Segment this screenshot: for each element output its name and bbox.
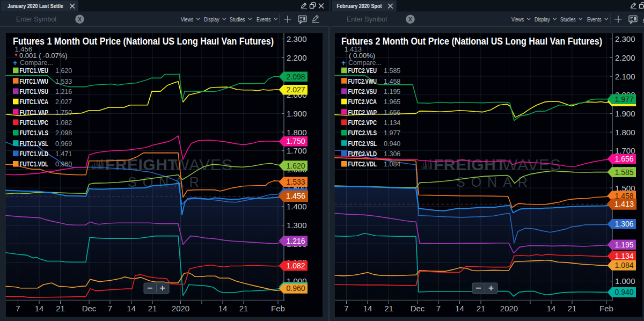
svg-text:FUTC2.VPC: FUTC2.VPC	[348, 119, 377, 127]
svg-text:Studies: Studies	[560, 16, 576, 23]
svg-text:X: X	[408, 16, 412, 23]
svg-text:1.458: 1.458	[384, 78, 400, 85]
svg-text:1.965: 1.965	[384, 98, 400, 106]
svg-text:2.200: 2.200	[615, 53, 635, 62]
svg-text:2.300: 2.300	[615, 34, 635, 43]
svg-text:FUTC1.VSU: FUTC1.VSU	[20, 88, 49, 96]
svg-text:Display: Display	[204, 16, 219, 23]
svg-text:Enter Symbol: Enter Symbol	[16, 16, 56, 23]
svg-text:14: 14	[455, 304, 464, 313]
svg-text:2.098: 2.098	[55, 129, 72, 137]
svg-text:FUTC2.VSU: FUTC2.VSU	[348, 88, 377, 96]
svg-text:FUTC1.VEU: FUTC1.VEU	[20, 67, 49, 75]
svg-text:2.027: 2.027	[286, 85, 305, 94]
svg-text:FUTC2.VLS: FUTC2.VLS	[348, 129, 377, 137]
svg-text:1.306: 1.306	[614, 220, 633, 228]
svg-text:1.134: 1.134	[384, 119, 400, 127]
svg-text:21: 21	[239, 304, 248, 313]
svg-text:Events: Events	[257, 16, 271, 23]
svg-text:21: 21	[384, 304, 393, 313]
svg-text:FUTC2.VAP: FUTC2.VAP	[348, 109, 377, 116]
svg-text:0.960: 0.960	[286, 284, 305, 293]
svg-text:1.400: 1.400	[287, 202, 307, 211]
svg-text:2.098: 2.098	[286, 72, 305, 81]
svg-text:1.900: 1.900	[615, 109, 635, 118]
svg-text:1.977: 1.977	[614, 95, 633, 104]
svg-text:1.750: 1.750	[286, 137, 305, 145]
svg-text:1.300: 1.300	[287, 221, 307, 230]
svg-text:1.306: 1.306	[384, 150, 400, 158]
svg-text:7: 7	[344, 304, 348, 313]
svg-text:0.969: 0.969	[55, 140, 72, 148]
svg-text:Display: Display	[535, 16, 550, 23]
svg-text:FUTC1.VDL: FUTC1.VDL	[20, 160, 49, 168]
svg-text:FUTC1.VAP: FUTC1.VAP	[20, 109, 49, 116]
svg-text:FUTC1.VSL: FUTC1.VSL	[20, 140, 49, 148]
svg-text:1.082: 1.082	[55, 119, 72, 127]
svg-text:1.900: 1.900	[287, 109, 307, 118]
svg-text:Dec: Dec	[82, 304, 97, 313]
svg-text:2.027: 2.027	[55, 98, 72, 106]
svg-text:21: 21	[477, 304, 486, 313]
svg-text:1.620: 1.620	[55, 67, 72, 75]
svg-text:1.977: 1.977	[384, 129, 400, 137]
svg-text:Views: Views	[181, 16, 193, 23]
svg-text:1.700: 1.700	[287, 146, 307, 155]
svg-text:+: +	[341, 59, 346, 67]
svg-text:1.585: 1.585	[384, 67, 400, 75]
svg-text:1.216: 1.216	[286, 237, 305, 245]
svg-text:FUTC1.VCA: FUTC1.VCA	[20, 98, 49, 106]
svg-text:1.000: 1.000	[615, 276, 635, 286]
svg-text:Compare...: Compare...	[348, 59, 382, 67]
svg-text:7: 7	[436, 304, 441, 313]
svg-text:2.300: 2.300	[287, 34, 307, 43]
svg-text:X: X	[78, 16, 82, 23]
svg-text:1.750: 1.750	[55, 109, 72, 116]
svg-text:Dec: Dec	[411, 304, 425, 313]
svg-text:1.082: 1.082	[286, 261, 305, 270]
svg-text:Futures 1 Month Out Price (Nat: Futures 1 Month Out Price (National US L…	[13, 36, 274, 47]
svg-text:Futures 2 Month Out Price (Nat: Futures 2 Month Out Price (National US L…	[341, 36, 602, 47]
svg-text:( 0.00%): ( 0.00%)	[349, 52, 375, 60]
svg-text:FUTC1.VLS: FUTC1.VLS	[20, 129, 49, 137]
svg-text:1.533: 1.533	[55, 78, 72, 85]
svg-text:7: 7	[16, 304, 20, 313]
svg-text:1.195: 1.195	[614, 240, 633, 249]
svg-text:2020: 2020	[500, 304, 518, 313]
svg-text:1.700: 1.700	[615, 146, 635, 155]
svg-text:Enter Symbol: Enter Symbol	[347, 16, 387, 23]
svg-text:1.656: 1.656	[614, 155, 633, 163]
svg-text:FUTC2.VLD: FUTC2.VLD	[348, 150, 377, 158]
svg-text:FUTC2.VEU: FUTC2.VEU	[348, 67, 377, 75]
svg-text:FUTC2.VWU: FUTC2.VWU	[348, 78, 377, 85]
svg-text:February 2020 Spot: February 2020 Spot	[337, 3, 382, 9]
svg-text:FUTC2.VDL: FUTC2.VDL	[348, 160, 377, 168]
svg-text:FUTC2.VCA: FUTC2.VCA	[348, 98, 377, 106]
svg-text:FREIGHT: FREIGHT	[434, 156, 506, 173]
svg-text:1.471: 1.471	[55, 150, 72, 158]
svg-text:14: 14	[35, 304, 44, 313]
svg-text:Studies: Studies	[230, 16, 245, 23]
svg-text:Feb: Feb	[271, 304, 285, 313]
svg-text:1.084: 1.084	[384, 160, 400, 168]
svg-text:0.940: 0.940	[614, 288, 633, 296]
svg-text:14: 14	[218, 304, 228, 313]
svg-text:FUTC1.VWU: FUTC1.VWU	[20, 78, 49, 85]
svg-text:14: 14	[363, 304, 372, 313]
svg-text:21: 21	[568, 304, 577, 313]
svg-text:FUTC1.VLD: FUTC1.VLD	[20, 150, 49, 158]
svg-text:14: 14	[127, 304, 136, 313]
svg-text:7: 7	[108, 304, 112, 313]
svg-text:2.100: 2.100	[615, 72, 635, 81]
svg-text:January 2020 Last Settle: January 2020 Last Settle	[8, 3, 63, 9]
svg-text:FUTC2.VSL: FUTC2.VSL	[348, 140, 377, 148]
svg-text:Feb: Feb	[599, 304, 613, 313]
svg-text:+: +	[13, 59, 17, 67]
svg-text:1.195: 1.195	[384, 88, 400, 96]
svg-text:1.656: 1.656	[384, 109, 400, 116]
svg-text:1.134: 1.134	[614, 252, 633, 260]
svg-text:1.216: 1.216	[55, 88, 72, 96]
svg-text:0.940: 0.940	[384, 140, 400, 148]
svg-text:1.533: 1.533	[286, 178, 305, 186]
svg-text:2.200: 2.200	[287, 53, 307, 62]
